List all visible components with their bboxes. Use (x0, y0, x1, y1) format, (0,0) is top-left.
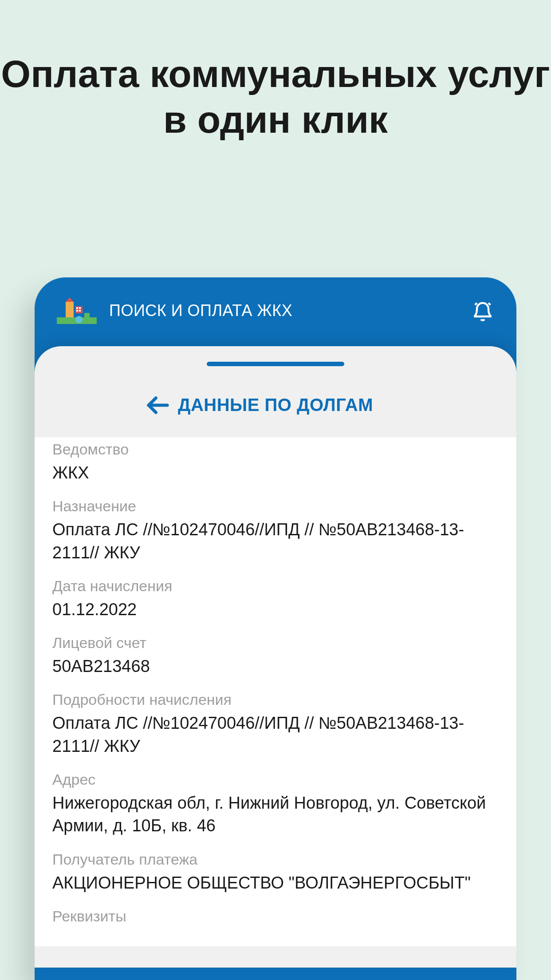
field-value: ЖКХ (52, 462, 499, 484)
field-value: АКЦИОНЕРНОЕ ОБЩЕСТВО "ВОЛГАЭНЕРГОСБЫТ" (52, 872, 499, 894)
svg-marker-2 (66, 297, 74, 302)
svg-point-8 (75, 316, 83, 323)
svg-rect-7 (79, 310, 81, 312)
notification-bell-icon[interactable] (471, 299, 494, 322)
app-header-left: ПОИСК И ОПЛАТА ЖКХ (57, 297, 292, 324)
field-value: Оплата ЛС //№102470046//ИПД // №50АВ2134… (52, 518, 499, 564)
field-value: Нижегородская обл, г. Нижний Новгород, у… (52, 792, 499, 838)
field-label: Дата начисления (52, 577, 499, 595)
field-accrual-date: Дата начисления 01.12.2022 (52, 564, 499, 621)
field-accrual-details: Подробности начисления Оплата ЛС //№1024… (52, 678, 499, 758)
sheet-content: Ведомство ЖКХ Назначение Оплата ЛС //№10… (35, 437, 516, 946)
field-value: 50АВ213468 (52, 655, 499, 678)
app-title: ПОИСК И ОПЛАТА ЖКХ (109, 301, 292, 320)
app-header: ПОИСК И ОПЛАТА ЖКХ (35, 277, 516, 346)
app-logo-icon (57, 297, 97, 324)
back-arrow-icon[interactable] (146, 393, 170, 418)
sheet-title: ДАННЫЕ ПО ДОЛГАМ (178, 395, 373, 415)
svg-rect-9 (84, 313, 90, 318)
field-label: Адрес (52, 771, 499, 788)
svg-rect-1 (66, 302, 74, 317)
field-label: Ведомство (52, 441, 499, 458)
field-address: Адрес Нижегородская обл, г. Нижний Новго… (52, 758, 499, 838)
field-value: 01.12.2022 (52, 598, 499, 621)
field-value: Оплата ЛС //№102470046//ИПД // №50АВ2134… (52, 712, 499, 758)
field-requisites: Реквизиты (52, 894, 499, 925)
field-label: Подробности начисления (52, 691, 499, 708)
field-label: Назначение (52, 498, 499, 515)
bottom-sheet: ДАННЫЕ ПО ДОЛГАМ Ведомство ЖКХ Назначени… (35, 346, 516, 968)
field-label: Получатель платежа (52, 851, 499, 868)
phone-frame: ПОИСК И ОПЛАТА ЖКХ ДАННЫЕ ПО ДОЛГАМ (35, 277, 516, 980)
svg-rect-5 (79, 307, 81, 309)
field-recipient: Получатель платежа АКЦИОНЕРНОЕ ОБЩЕСТВО … (52, 838, 499, 894)
field-purpose: Назначение Оплата ЛС //№102470046//ИПД /… (52, 484, 499, 564)
sheet-header: ДАННЫЕ ПО ДОЛГАМ (35, 351, 516, 437)
promo-title: Оплата коммунальных услуг в один клик (0, 0, 551, 142)
svg-rect-4 (76, 307, 78, 309)
field-account: Лицевой счет 50АВ213468 (52, 621, 499, 678)
field-label: Реквизиты (52, 908, 499, 925)
field-department: Ведомство ЖКХ (52, 437, 499, 484)
field-label: Лицевой счет (52, 634, 499, 652)
svg-rect-6 (76, 310, 78, 312)
